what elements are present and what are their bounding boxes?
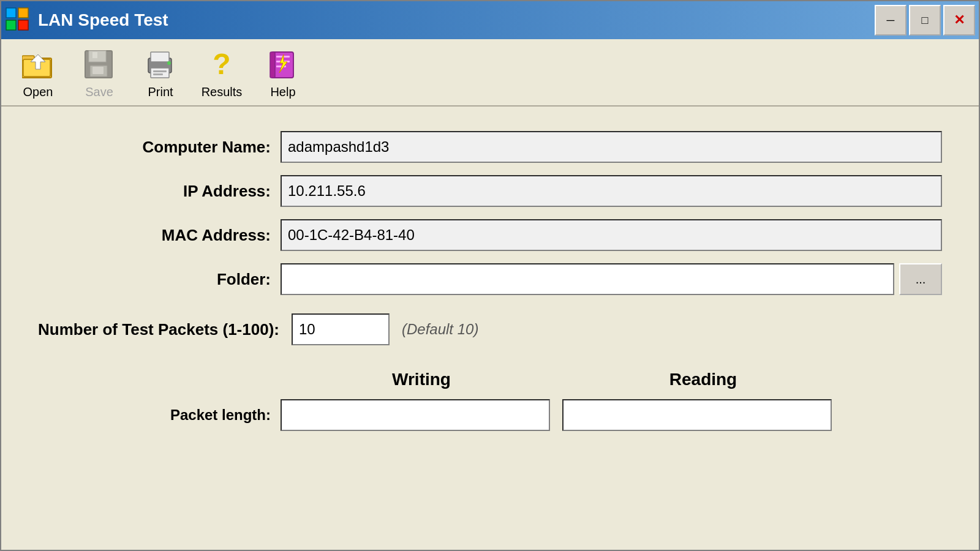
folder-label: Folder: xyxy=(38,270,271,289)
svg-rect-3 xyxy=(18,20,28,30)
help-button[interactable]: Help xyxy=(258,46,307,99)
svg-rect-2 xyxy=(6,20,16,30)
title-bar: LAN Speed Test ─ □ ✕ xyxy=(1,1,979,39)
packets-input[interactable] xyxy=(292,313,390,345)
computer-name-label: Computer Name: xyxy=(38,138,271,157)
svg-rect-14 xyxy=(151,52,169,62)
close-button[interactable]: ✕ xyxy=(943,5,975,36)
open-icon xyxy=(20,46,56,83)
open-button[interactable]: Open xyxy=(13,46,62,99)
ip-address-row: IP Address: xyxy=(38,175,942,207)
ip-address-label: IP Address: xyxy=(38,182,271,201)
window-title: LAN Speed Test xyxy=(38,10,168,30)
packets-row: Number of Test Packets (1-100): (Default… xyxy=(38,313,942,345)
maximize-button[interactable]: □ xyxy=(909,5,941,36)
folder-row: Folder: ... xyxy=(38,263,942,295)
writing-header: Writing xyxy=(281,370,562,389)
packet-length-label: Packet length: xyxy=(38,407,271,424)
save-icon xyxy=(81,46,118,83)
results-button[interactable]: ? Results xyxy=(197,46,246,99)
svg-rect-11 xyxy=(92,67,104,74)
svg-point-18 xyxy=(167,61,171,65)
browse-button[interactable]: ... xyxy=(899,263,942,295)
minimize-button[interactable]: ─ xyxy=(875,5,907,36)
toolbar: Open Save xyxy=(1,39,979,107)
mac-address-row: MAC Address: xyxy=(38,219,942,251)
results-icon: ? xyxy=(203,46,240,83)
svg-rect-17 xyxy=(153,73,163,75)
rw-headers: Writing Reading xyxy=(281,370,942,389)
reading-packet-length-input[interactable] xyxy=(562,399,832,431)
mac-address-input[interactable] xyxy=(281,219,942,251)
svg-rect-15 xyxy=(151,68,169,78)
svg-rect-20 xyxy=(270,52,275,78)
app-icon xyxy=(5,7,32,34)
folder-input[interactable] xyxy=(281,263,894,295)
open-label: Open xyxy=(23,85,53,99)
main-content: Computer Name: IP Address: MAC Address: … xyxy=(1,107,979,550)
title-buttons: ─ □ ✕ xyxy=(875,5,975,36)
print-button[interactable]: Print xyxy=(136,46,185,99)
reading-header: Reading xyxy=(562,370,844,389)
rw-section: Writing Reading Packet length: xyxy=(38,370,942,431)
svg-rect-1 xyxy=(18,8,28,18)
svg-rect-16 xyxy=(153,70,167,72)
svg-rect-12 xyxy=(92,52,97,58)
computer-name-row: Computer Name: xyxy=(38,131,942,163)
writing-packet-length-input[interactable] xyxy=(281,399,550,431)
save-label: Save xyxy=(85,85,113,99)
title-bar-left: LAN Speed Test xyxy=(5,7,168,34)
print-icon xyxy=(142,46,179,83)
packets-label: Number of Test Packets (1-100): xyxy=(38,320,279,339)
save-button[interactable]: Save xyxy=(75,46,124,99)
help-icon xyxy=(265,46,301,83)
help-label: Help xyxy=(270,85,295,99)
packet-length-row: Packet length: xyxy=(38,399,942,431)
ip-address-input[interactable] xyxy=(281,175,942,207)
print-label: Print xyxy=(148,85,173,99)
packets-default-hint: (Default 10) xyxy=(402,321,478,338)
main-window: LAN Speed Test ─ □ ✕ xyxy=(0,0,980,551)
results-label: Results xyxy=(202,85,243,99)
svg-rect-0 xyxy=(6,8,16,18)
mac-address-label: MAC Address: xyxy=(38,226,271,245)
computer-name-input[interactable] xyxy=(281,131,942,163)
